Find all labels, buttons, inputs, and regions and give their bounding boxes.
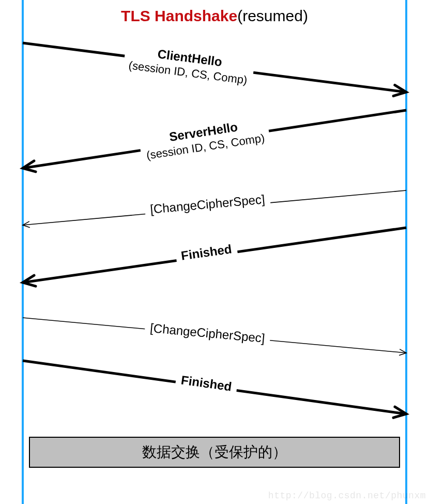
protected-data-exchange-box: 数据交换（受保护的） bbox=[29, 437, 400, 468]
msg-serverhello: ServerHello (session ID, CS, Comp) bbox=[138, 114, 271, 165]
title-tail: (resumed) bbox=[237, 7, 308, 24]
msg-name: Finished bbox=[180, 372, 233, 394]
server-lifeline bbox=[405, 0, 407, 504]
diagram-container: TLS Handshake(resumed) ClientHello (sess… bbox=[0, 0, 429, 504]
msg-finished-client: Finished bbox=[175, 370, 238, 396]
msg-changecipherspec-server: [ChangeCipherSpec] bbox=[144, 190, 271, 218]
databox-label: 数据交换（受保护的） bbox=[142, 442, 287, 462]
title-strong: TLS Handshake bbox=[121, 7, 237, 24]
msg-name: Finished bbox=[180, 241, 233, 264]
diagram-title: TLS Handshake(resumed) bbox=[0, 7, 429, 25]
msg-thin-label: [ChangeCipherSpec] bbox=[149, 320, 266, 346]
msg-thin-label: [ChangeCipherSpec] bbox=[149, 191, 266, 217]
watermark: http://blog.csdn.net/phunxm bbox=[268, 491, 426, 501]
client-lifeline bbox=[22, 0, 24, 504]
msg-clienthello: ClientHello (session ID, CS, Comp) bbox=[122, 41, 255, 89]
msg-finished-server: Finished bbox=[175, 240, 238, 265]
msg-changecipherspec-client: [ChangeCipherSpec] bbox=[144, 319, 271, 348]
